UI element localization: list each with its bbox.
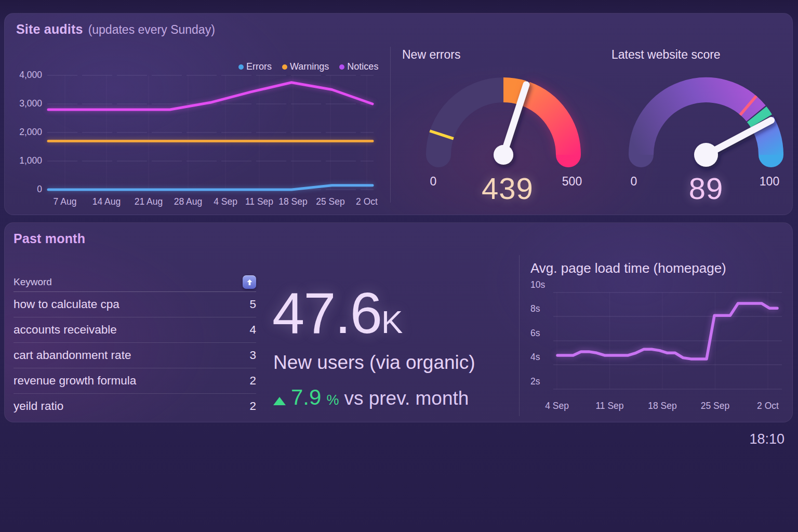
- audit-ytick: 1,000: [5, 155, 42, 166]
- keyword-table: Keyword how to calculate cpa 5 accounts …: [14, 273, 256, 419]
- website-score-value: 89: [650, 171, 762, 206]
- gauge-needle-hub: [694, 143, 718, 167]
- audit-ytick: 3,000: [5, 98, 42, 109]
- gauge-arc-base: [641, 90, 756, 155]
- load-ytick: 4s: [530, 352, 540, 363]
- load-ytick: 2s: [530, 376, 540, 387]
- website-score-gauge: [623, 77, 789, 169]
- past-month-panel: Past month Keyword how to calculate cpa …: [4, 222, 793, 422]
- site-audits-header: Site audits (updates every Sunday): [16, 22, 215, 37]
- table-row: accounts receivable 4: [14, 317, 256, 343]
- new-users-kpi-value: 47.6k: [272, 284, 403, 342]
- load-gridlines: [553, 292, 782, 389]
- audit-gridlines: [47, 75, 374, 190]
- site-audits-panel: Site audits (updates every Sunday) Error…: [4, 13, 793, 215]
- load-ytick: 6s: [530, 328, 540, 339]
- delta-unit: %: [326, 392, 339, 408]
- audit-ytick: 0: [5, 184, 42, 195]
- keyword-table-header: Keyword: [14, 273, 256, 292]
- top-panel-divider: [390, 47, 391, 203]
- clock: 18:10: [749, 431, 784, 447]
- gauge-arc-teal: [757, 114, 762, 121]
- errors-line: [48, 185, 373, 190]
- sort-ascending-button[interactable]: [243, 275, 256, 289]
- gauge-arc-orange: [503, 90, 523, 93]
- table-row: yeild ratio 2: [14, 394, 256, 419]
- arrow-up-icon: [246, 279, 253, 286]
- load-time-line: [557, 303, 777, 359]
- new-errors-gauge: [420, 77, 587, 169]
- delta-value: 7.9: [291, 385, 321, 410]
- keyword-column-header: Keyword: [14, 276, 52, 288]
- audit-xticks: 7 Aug 14 Aug 21 Aug 28 Aug 4 Sep 11 Sep …: [47, 196, 374, 208]
- audit-ytick: 4,000: [5, 70, 42, 81]
- audit-ytick: 2,000: [5, 127, 42, 138]
- table-row: revenue growth formula 2: [14, 368, 256, 394]
- notices-dot-icon: [339, 64, 344, 70]
- load-ytick: 10s: [530, 280, 545, 290]
- new-users-kpi-label: New users (via organic): [273, 352, 475, 374]
- new-errors-value: 439: [451, 171, 564, 206]
- load-time-title: Avg. page load time (homepage): [530, 260, 726, 276]
- trend-up-icon: [273, 397, 286, 405]
- kpi-unit: k: [381, 304, 403, 340]
- load-xticks: 4 Sep 11 Sep 18 Sep 25 Sep 2 Oct: [553, 401, 782, 412]
- notices-line: [48, 83, 373, 110]
- site-audits-title: Site audits: [16, 22, 83, 37]
- audit-line-chart: [47, 71, 374, 195]
- gauge-needle-hub: [494, 145, 513, 165]
- website-score-min: 0: [618, 175, 649, 189]
- delta-suffix: vs prev. month: [344, 388, 469, 409]
- table-row: cart abandonment rate 3: [14, 343, 256, 368]
- new-errors-min: 0: [418, 175, 449, 189]
- gauge-arc-red: [525, 94, 568, 155]
- errors-dot-icon: [238, 64, 244, 70]
- new-errors-title: New errors: [402, 48, 460, 62]
- warnings-dot-icon: [282, 64, 287, 70]
- kpi-delta: 7.9 % vs prev. month: [273, 385, 469, 410]
- site-audits-subtitle: (updates every Sunday): [88, 23, 215, 37]
- website-score-title: Latest website score: [611, 48, 721, 62]
- load-time-chart: [553, 285, 782, 394]
- load-ytick: 8s: [530, 303, 540, 314]
- past-month-title: Past month: [14, 231, 85, 246]
- table-row: how to calculate cpa 5: [14, 292, 256, 317]
- bottom-panel-divider: [519, 255, 520, 416]
